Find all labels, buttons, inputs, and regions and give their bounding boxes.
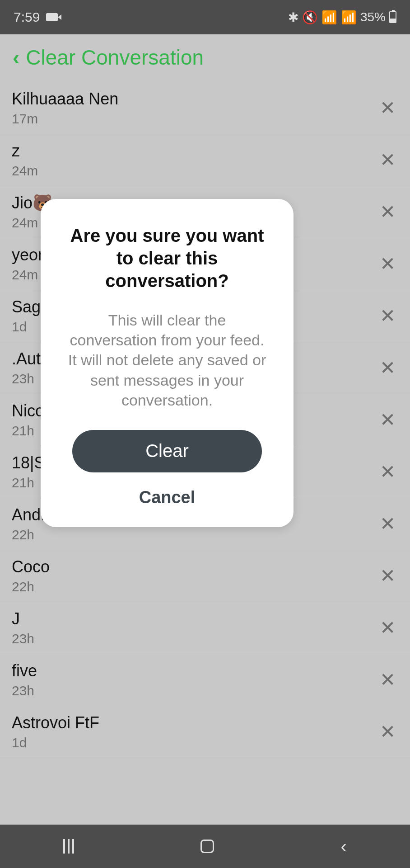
modal-overlay: Are you sure you want to clear this conv… (0, 0, 410, 868)
back-button[interactable]: ‹ (341, 836, 347, 857)
cancel-button-label: Cancel (139, 488, 196, 507)
clear-button[interactable]: Clear (72, 430, 262, 472)
dialog-title: Are you sure you want to clear this conv… (65, 224, 269, 292)
dialog-body: This will clear the conversation from yo… (65, 310, 269, 410)
android-nav-bar: ‹ (0, 825, 410, 868)
confirm-dialog: Are you sure you want to clear this conv… (41, 199, 294, 527)
clear-button-label: Clear (145, 441, 189, 461)
recents-button[interactable] (63, 839, 74, 854)
cancel-button[interactable]: Cancel (65, 488, 269, 507)
home-button[interactable] (200, 840, 214, 853)
